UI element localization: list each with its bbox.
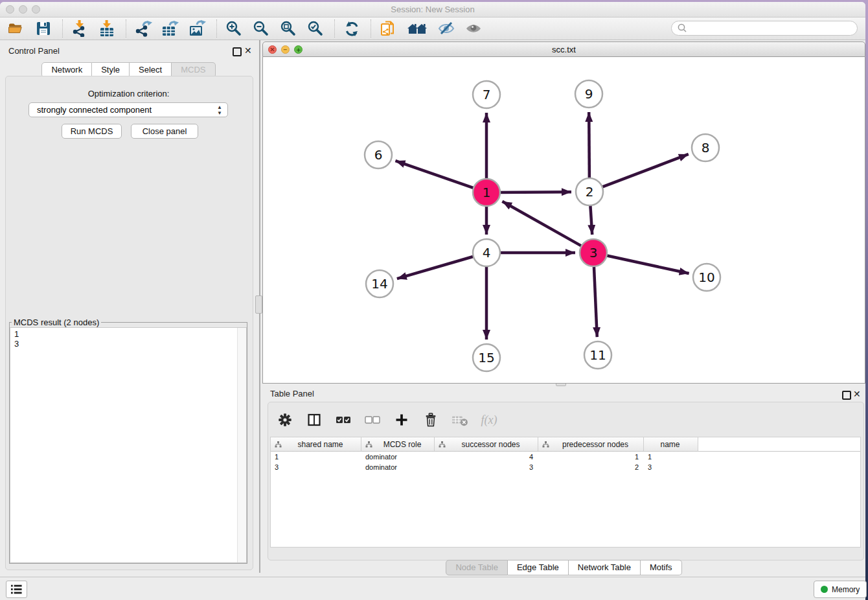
svg-text:4: 4: [483, 245, 491, 260]
column-header-predecessor-nodes[interactable]: predecessor nodes: [538, 437, 644, 451]
cell-name[interactable]: 3: [644, 463, 698, 471]
toolbar-separator: [371, 19, 372, 38]
cell-MCDS-role[interactable]: dominator: [361, 463, 435, 471]
mcds-result-scrollbar[interactable]: [237, 328, 246, 562]
zoom-selected-icon[interactable]: [306, 19, 325, 38]
task-history-button[interactable]: [6, 581, 27, 598]
criterion-value: strongly connected component: [37, 105, 152, 115]
home-networks-icon[interactable]: [405, 19, 429, 38]
graph-node-6[interactable]: 6: [365, 141, 392, 168]
zoom-fit-icon[interactable]: [279, 19, 298, 38]
tab-motifs[interactable]: Motifs: [641, 560, 682, 575]
cell-predecessor-nodes[interactable]: 1: [538, 453, 644, 461]
cell-predecessor-nodes[interactable]: 2: [538, 463, 644, 471]
toolbar-separator: [216, 19, 218, 38]
graph-edge-2-3[interactable]: [590, 203, 592, 235]
graph-node-4[interactable]: 4: [473, 239, 500, 266]
criterion-select[interactable]: strongly connected component ▲▼: [29, 102, 228, 117]
node-table[interactable]: shared nameMCDS rolesuccessor nodesprede…: [270, 437, 861, 548]
status-bar: [0, 577, 865, 600]
delete-trash-icon[interactable]: [421, 410, 440, 430]
table-panel-close-icon[interactable]: ✕: [853, 390, 861, 398]
cell-shared-name[interactable]: 1: [271, 453, 361, 461]
graph-edge-1-6[interactable]: [395, 161, 475, 189]
graph-node-10[interactable]: 10: [693, 264, 720, 291]
import-table-icon[interactable]: [97, 19, 117, 38]
cell-shared-name[interactable]: 3: [271, 463, 361, 471]
control-panel-close-icon[interactable]: ✕: [244, 47, 252, 54]
cell-successor-nodes[interactable]: 4: [435, 453, 538, 461]
graph-edge-1-2[interactable]: [498, 192, 571, 192]
save-session-icon[interactable]: [34, 19, 53, 38]
deselect-all-columns-icon[interactable]: [363, 410, 382, 430]
table-toolbar: f(x): [275, 410, 508, 430]
export-network-icon[interactable]: [133, 19, 153, 38]
graph-node-15[interactable]: 15: [473, 344, 500, 371]
table-panel-tabs: Node TableEdge TableNetwork TableMotifs: [262, 560, 865, 575]
table-row[interactable]: 3dominator323: [271, 462, 860, 472]
table-settings-gear-icon[interactable]: [275, 410, 295, 430]
open-session-icon[interactable]: [6, 19, 26, 38]
duplicate-network-icon[interactable]: [378, 19, 398, 38]
table-body: 1dominator4113dominator323: [271, 452, 860, 472]
table-header-row[interactable]: shared nameMCDS rolesuccessor nodesprede…: [271, 437, 860, 452]
network-canvas[interactable]: 7968124314101511: [262, 57, 865, 384]
export-image-icon[interactable]: [188, 19, 207, 38]
hide-selected-icon[interactable]: [437, 19, 456, 38]
table-panel-float-icon[interactable]: [842, 391, 851, 400]
graph-edge-2-9[interactable]: [589, 112, 589, 180]
graph-node-3[interactable]: 3: [580, 239, 607, 266]
run-mcds-button[interactable]: Run MCDS: [62, 124, 122, 139]
window-title: Session: New Session: [0, 5, 865, 14]
column-header-successor-nodes[interactable]: successor nodes: [435, 437, 538, 451]
graph-node-1[interactable]: 1: [473, 179, 500, 206]
tab-node-table[interactable]: Node Table: [446, 560, 508, 575]
import-network-icon[interactable]: [70, 19, 89, 38]
tab-network-table[interactable]: Network Table: [569, 560, 641, 575]
select-all-columns-icon[interactable]: [334, 410, 353, 430]
close-panel-button[interactable]: Close panel: [131, 124, 198, 139]
cell-MCDS-role[interactable]: dominator: [361, 453, 435, 461]
table-row[interactable]: 1dominator411: [271, 452, 860, 462]
graph-edge-4-14[interactable]: [397, 256, 475, 279]
graph-edge-3-11[interactable]: [594, 264, 597, 337]
graph-edge-2-8[interactable]: [600, 154, 689, 188]
column-header-shared-name[interactable]: shared name: [271, 437, 361, 451]
mcds-result-text[interactable]: 1 3: [10, 328, 246, 350]
svg-text:7: 7: [483, 87, 491, 102]
graph-node-9[interactable]: 9: [575, 80, 602, 108]
column-header-MCDS-role[interactable]: MCDS role: [361, 437, 435, 451]
column-header-name[interactable]: name: [644, 437, 698, 451]
search-box[interactable]: [671, 21, 858, 36]
cell-name[interactable]: 1: [644, 453, 698, 461]
tab-edge-table[interactable]: Edge Table: [508, 560, 569, 575]
create-column-plus-icon[interactable]: [392, 410, 411, 430]
export-table-icon[interactable]: [161, 19, 180, 38]
svg-text:14: 14: [371, 276, 387, 292]
vertical-split-handle[interactable]: [255, 295, 262, 314]
svg-text:9: 9: [585, 86, 593, 102]
graph-node-2[interactable]: 2: [576, 178, 603, 205]
graph-node-11[interactable]: 11: [584, 341, 611, 369]
mcds-result-title: MCDS result (2 nodes): [12, 317, 101, 327]
control-panel-title: Control Panel: [8, 46, 60, 56]
zoom-out-icon[interactable]: [251, 19, 271, 38]
show-column-panel-icon[interactable]: [304, 410, 324, 430]
refresh-icon[interactable]: [342, 19, 361, 38]
graph-node-14[interactable]: 14: [366, 270, 393, 297]
zoom-in-icon[interactable]: [224, 19, 244, 38]
graph-node-8[interactable]: 8: [692, 134, 719, 161]
graph-node-7[interactable]: 7: [473, 81, 500, 108]
memory-button[interactable]: Memory: [814, 581, 867, 598]
network-canvas-svg[interactable]: 7968124314101511: [263, 57, 865, 382]
svg-text:2: 2: [586, 184, 594, 200]
control-panel-float-icon[interactable]: [233, 47, 242, 56]
cell-successor-nodes[interactable]: 3: [435, 463, 538, 471]
table-panel-title: Table Panel: [270, 389, 314, 398]
mcds-result-group: MCDS result (2 nodes) 1 3: [9, 317, 247, 564]
graph-edge-3-10[interactable]: [605, 255, 689, 273]
search-input[interactable]: [688, 23, 846, 34]
desktop: Session: New Session: [0, 0, 868, 600]
svg-text:1: 1: [483, 185, 491, 200]
graph-edge-3-1[interactable]: [502, 202, 583, 247]
